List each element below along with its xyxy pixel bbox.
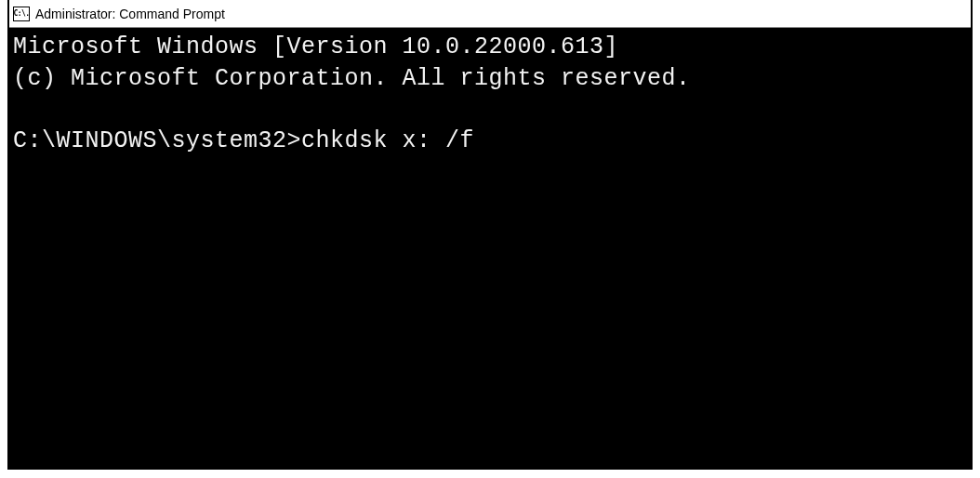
terminal-line-version: Microsoft Windows [Version 10.0.22000.61… — [13, 33, 618, 60]
cmd-icon: C:\. — [13, 7, 30, 21]
prompt-path: C:\WINDOWS\system32> — [13, 127, 301, 154]
terminal-area[interactable]: Microsoft Windows [Version 10.0.22000.61… — [9, 28, 971, 468]
terminal-line-copyright: (c) Microsoft Corporation. All rights re… — [13, 65, 691, 92]
typed-command: chkdsk x: /f — [301, 127, 474, 154]
command-prompt-window: C:\. Administrator: Command Prompt Micro… — [7, 0, 973, 470]
titlebar[interactable]: C:\. Administrator: Command Prompt — [9, 0, 971, 28]
window-title: Administrator: Command Prompt — [35, 7, 225, 21]
